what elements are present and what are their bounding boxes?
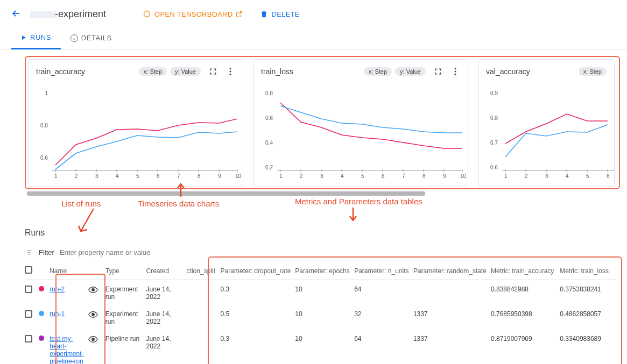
x-axis-pill[interactable]: x: Step: [579, 67, 607, 76]
svg-text:1: 1: [54, 173, 58, 179]
row-checkbox[interactable]: [25, 335, 32, 342]
svg-text:1: 1: [45, 90, 48, 96]
filter-input[interactable]: [60, 248, 618, 256]
svg-text:0.8: 0.8: [490, 115, 498, 121]
column-header[interactable]: Created: [146, 262, 186, 280]
annotation-metrics-params: Metrics and Parameters data tables: [295, 197, 422, 206]
svg-text:5: 5: [586, 173, 589, 179]
column-header[interactable]: [25, 262, 39, 280]
svg-text:10: 10: [460, 173, 467, 179]
visibility-icon[interactable]: [88, 286, 98, 295]
cell-epochs: 10: [295, 305, 354, 330]
svg-point-29: [455, 74, 456, 75]
external-link-icon: [236, 11, 243, 18]
cell-created: June 14, 2022: [146, 305, 186, 330]
svg-text:0.6: 0.6: [490, 165, 498, 170]
tensorboard-icon: [143, 10, 151, 18]
svg-text:0.6: 0.6: [40, 155, 48, 161]
cell-train-loss: 0.3753838241: [560, 280, 617, 305]
svg-text:0.2: 0.2: [265, 165, 273, 170]
svg-text:2: 2: [75, 173, 78, 179]
y-axis-pill[interactable]: y: Value: [395, 67, 426, 76]
more-vert-icon[interactable]: [226, 68, 235, 75]
cell-nunits: 64: [354, 330, 413, 364]
svg-text:10: 10: [235, 173, 242, 179]
checkbox-all[interactable]: [25, 266, 32, 274]
svg-text:1: 1: [504, 173, 508, 179]
cell-random-state: [413, 280, 491, 305]
cell-dropout: 0.3: [221, 330, 295, 364]
back-arrow-icon[interactable]: [11, 8, 22, 20]
chart-card-train-accuracy: train_accuracy x: Step y: Value 1 0.8 0.…: [28, 59, 243, 187]
row-checkbox[interactable]: [25, 310, 32, 318]
cell-random-state: 1337: [413, 305, 491, 330]
visibility-icon[interactable]: [88, 335, 98, 344]
run-color-dot: [39, 311, 44, 316]
svg-text:0.8: 0.8: [40, 123, 48, 129]
svg-text:5: 5: [361, 173, 364, 179]
column-header[interactable]: Type: [105, 262, 146, 280]
svg-text:8: 8: [198, 173, 201, 179]
cell-train-loss: 0.4862858057: [560, 305, 617, 330]
chart-title: train_loss: [261, 67, 361, 76]
tab-details[interactable]: i DETAILS: [61, 28, 122, 49]
tab-runs[interactable]: RUNS: [11, 28, 61, 49]
svg-point-2: [230, 74, 231, 75]
filter-label: Filter: [39, 248, 54, 256]
cell-train-loss: 0.3340983689: [560, 330, 617, 364]
cell-nunits: 32: [354, 305, 413, 330]
table-row: run-1Experiment runJune 14, 20220.510321…: [25, 305, 617, 330]
filter-icon[interactable]: [25, 249, 33, 256]
column-header[interactable]: Parameter: n_units: [354, 262, 413, 280]
column-header[interactable]: Parameter: epochs: [295, 262, 354, 280]
arrow-up-icon: [175, 182, 186, 198]
cell-nunits: 64: [354, 280, 413, 305]
cell-epochs: 10: [295, 280, 354, 305]
fullscreen-icon[interactable]: [433, 68, 443, 75]
run-name-link[interactable]: test-my-heart-experiment-pipeline-run: [50, 335, 83, 364]
column-header[interactable]: Name: [50, 262, 88, 280]
x-axis-pill[interactable]: x: Step: [364, 67, 392, 76]
charts-scrollbar[interactable]: [27, 191, 425, 196]
svg-text:9: 9: [443, 173, 446, 179]
run-name-link[interactable]: run-2: [50, 286, 65, 293]
svg-point-73: [91, 313, 94, 316]
trash-icon: [260, 10, 268, 18]
more-vert-icon[interactable]: [450, 68, 460, 75]
cell-type: Experiment run: [105, 305, 146, 330]
cell-dropout: 0.5: [221, 305, 295, 330]
column-header[interactable]: Parameter: random_state: [413, 262, 491, 280]
table-row: run-2Experiment runJune 14, 20220.310640…: [25, 280, 617, 305]
svg-text:2: 2: [300, 173, 303, 179]
column-header[interactable]: [88, 262, 105, 280]
column-header[interactable]: Metric: train_accuracy: [491, 262, 560, 280]
run-name-link[interactable]: run-1: [50, 310, 65, 318]
cell-random-state: 1337: [413, 330, 491, 364]
cell-train-acc: 0.8719007969: [491, 330, 560, 364]
cell-created: June 14, 2022: [146, 280, 186, 305]
delete-button[interactable]: DELETE: [256, 7, 304, 22]
svg-text:2: 2: [525, 173, 528, 179]
column-header[interactable]: Parameter: dropout_rate: [221, 262, 295, 280]
svg-text:0.9: 0.9: [490, 90, 498, 96]
svg-text:4: 4: [341, 173, 344, 179]
fullscreen-icon[interactable]: [208, 68, 218, 75]
svg-point-74: [91, 338, 94, 341]
charts-container: train_accuracy x: Step y: Value 1 0.8 0.…: [25, 56, 620, 189]
column-header[interactable]: ction_split: [187, 262, 221, 280]
x-axis-pill[interactable]: x: Step: [139, 67, 167, 76]
run-color-dot: [39, 336, 44, 341]
cell-epochs: 10: [295, 330, 354, 364]
table-row: test-my-heart-experiment-pipeline-runPip…: [25, 330, 617, 364]
y-axis-pill[interactable]: y: Value: [170, 67, 201, 76]
open-tensorboard-button[interactable]: OPEN TENSORBOARD: [138, 6, 247, 22]
svg-text:1: 1: [279, 173, 283, 179]
column-header[interactable]: Metric: train_loss: [560, 262, 617, 280]
row-checkbox[interactable]: [25, 286, 32, 293]
svg-point-72: [91, 289, 94, 291]
cell-train-acc: 0.838842988: [491, 280, 560, 305]
column-header[interactable]: [39, 262, 50, 280]
visibility-icon[interactable]: [88, 310, 98, 319]
arrow-down-icon: [348, 206, 358, 223]
svg-point-1: [230, 71, 231, 73]
